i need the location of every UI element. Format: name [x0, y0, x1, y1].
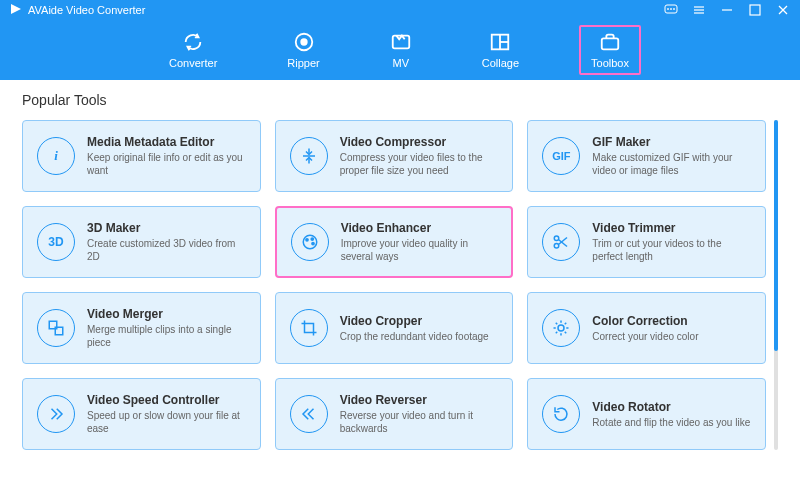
GIF-icon: GIF: [542, 137, 580, 175]
tool-title: Video Reverser: [340, 393, 499, 407]
tab-label: Converter: [169, 57, 217, 69]
tool-desc: Rotate and flip the video as you like: [592, 416, 751, 429]
tool-title: Video Merger: [87, 307, 246, 321]
compress-icon: [290, 137, 328, 175]
tool-card-video-speed-controller[interactable]: Video Speed ControllerSpeed up or slow d…: [22, 378, 261, 450]
maximize-icon[interactable]: [748, 3, 762, 17]
tab-label: MV: [392, 57, 409, 69]
crop-icon: [290, 309, 328, 347]
tool-card-media-metadata-editor[interactable]: iMedia Metadata EditorKeep original file…: [22, 120, 261, 192]
palette-icon: [291, 223, 329, 261]
svg-point-2: [668, 9, 669, 10]
app-title: AVAide Video Converter: [28, 4, 145, 16]
tool-card-video-rotator[interactable]: Video RotatorRotate and flip the video a…: [527, 378, 766, 450]
scrollbar[interactable]: [774, 120, 778, 450]
section-title: Popular Tools: [22, 92, 778, 108]
tool-title: Video Cropper: [340, 314, 499, 328]
merge-icon: [37, 309, 75, 347]
tool-title: Video Enhancer: [341, 221, 498, 235]
tab-label: Ripper: [287, 57, 319, 69]
reverse-icon: [290, 395, 328, 433]
tool-card-video-merger[interactable]: Video MergerMerge multiple clips into a …: [22, 292, 261, 364]
tool-desc: Correct your video color: [592, 330, 751, 343]
tab-converter[interactable]: Converter: [159, 27, 227, 73]
tool-desc: Make customized GIF with your video or i…: [592, 151, 751, 177]
tab-collage[interactable]: Collage: [472, 27, 529, 73]
tool-title: Video Trimmer: [592, 221, 751, 235]
svg-rect-18: [602, 38, 619, 49]
tool-card-video-enhancer[interactable]: Video EnhancerImprove your video quality…: [275, 206, 514, 278]
tab-label: Toolbox: [591, 57, 629, 69]
tool-title: GIF Maker: [592, 135, 751, 149]
svg-point-4: [674, 9, 675, 10]
tool-card-3d-maker[interactable]: 3D3D MakerCreate customized 3D video fro…: [22, 206, 261, 278]
tool-card-video-reverser[interactable]: Video ReverserReverse your video and tur…: [275, 378, 514, 450]
svg-marker-0: [11, 4, 21, 14]
tool-card-video-trimmer[interactable]: Video TrimmerTrim or cut your videos to …: [527, 206, 766, 278]
svg-point-25: [312, 242, 314, 244]
svg-point-22: [303, 235, 317, 249]
svg-rect-9: [750, 5, 760, 15]
svg-line-40: [565, 323, 567, 325]
tool-desc: Speed up or slow down your file at ease: [87, 409, 246, 435]
tool-desc: Compress your video files to the proper …: [340, 151, 499, 177]
tool-title: 3D Maker: [87, 221, 246, 235]
tool-title: Color Correction: [592, 314, 751, 328]
menu-icon[interactable]: [692, 3, 706, 17]
svg-point-24: [311, 238, 313, 240]
tab-mv[interactable]: MV: [380, 27, 422, 73]
tool-title: Video Rotator: [592, 400, 751, 414]
tool-card-video-cropper[interactable]: Video CropperCrop the redundant video fo…: [275, 292, 514, 364]
feedback-icon[interactable]: [664, 3, 678, 17]
tool-desc: Merge multiple clips into a single piece: [87, 323, 246, 349]
tool-desc: Trim or cut your videos to the perfect l…: [592, 237, 751, 263]
rotate-icon: [542, 395, 580, 433]
svg-line-39: [556, 332, 558, 334]
tool-card-color-correction[interactable]: Color CorrectionCorrect your video color: [527, 292, 766, 364]
svg-point-27: [555, 244, 560, 249]
tool-title: Media Metadata Editor: [87, 135, 246, 149]
scissors-icon: [542, 223, 580, 261]
svg-point-26: [555, 236, 560, 241]
close-icon[interactable]: [776, 3, 790, 17]
tool-desc: Improve your video quality in several wa…: [341, 237, 498, 263]
i-icon: i: [37, 137, 75, 175]
app-logo-icon: [10, 3, 22, 17]
svg-point-3: [671, 9, 672, 10]
svg-point-13: [301, 39, 307, 45]
svg-point-23: [306, 239, 308, 241]
scrollbar-thumb[interactable]: [774, 120, 778, 351]
sun-icon: [542, 309, 580, 347]
tool-card-video-compressor[interactable]: Video CompressorCompress your video file…: [275, 120, 514, 192]
minimize-icon[interactable]: [720, 3, 734, 17]
tab-toolbox[interactable]: Toolbox: [579, 25, 641, 75]
tool-desc: Crop the redundant video footage: [340, 330, 499, 343]
svg-line-37: [556, 323, 558, 325]
tool-card-gif-maker[interactable]: GIFGIF MakerMake customized GIF with you…: [527, 120, 766, 192]
tool-desc: Reverse your video and turn it backwards: [340, 409, 499, 435]
tool-desc: Create customized 3D video from 2D: [87, 237, 246, 263]
tool-title: Video Speed Controller: [87, 393, 246, 407]
tab-label: Collage: [482, 57, 519, 69]
tab-ripper[interactable]: Ripper: [277, 27, 329, 73]
tool-desc: Keep original file info or edit as you w…: [87, 151, 246, 177]
speed-icon: [37, 395, 75, 433]
3D-icon: 3D: [37, 223, 75, 261]
svg-point-32: [558, 325, 564, 331]
tool-title: Video Compressor: [340, 135, 499, 149]
svg-line-38: [565, 332, 567, 334]
